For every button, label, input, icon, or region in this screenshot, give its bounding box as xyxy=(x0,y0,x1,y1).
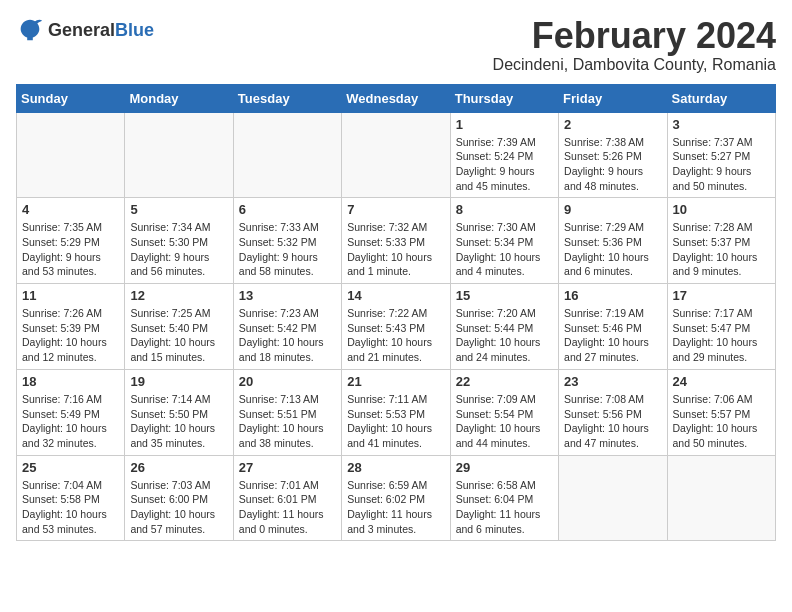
day-number: 28 xyxy=(347,460,444,475)
calendar-cell xyxy=(342,112,450,198)
calendar-cell: 9Sunrise: 7:29 AM Sunset: 5:36 PM Daylig… xyxy=(559,198,667,284)
day-number: 3 xyxy=(673,117,770,132)
day-info: Sunrise: 7:14 AM Sunset: 5:50 PM Dayligh… xyxy=(130,392,227,451)
day-number: 19 xyxy=(130,374,227,389)
day-number: 15 xyxy=(456,288,553,303)
calendar-week-1: 4Sunrise: 7:35 AM Sunset: 5:29 PM Daylig… xyxy=(17,198,776,284)
calendar-cell xyxy=(125,112,233,198)
calendar-cell: 28Sunrise: 6:59 AM Sunset: 6:02 PM Dayli… xyxy=(342,455,450,541)
weekday-header-friday: Friday xyxy=(559,84,667,112)
day-number: 6 xyxy=(239,202,336,217)
day-info: Sunrise: 6:59 AM Sunset: 6:02 PM Dayligh… xyxy=(347,478,444,537)
day-info: Sunrise: 7:28 AM Sunset: 5:37 PM Dayligh… xyxy=(673,220,770,279)
day-number: 11 xyxy=(22,288,119,303)
day-number: 7 xyxy=(347,202,444,217)
title-area: February 2024 Decindeni, Dambovita Count… xyxy=(493,16,776,74)
calendar-cell: 17Sunrise: 7:17 AM Sunset: 5:47 PM Dayli… xyxy=(667,284,775,370)
logo-text: General Blue xyxy=(48,20,154,41)
day-number: 10 xyxy=(673,202,770,217)
calendar-cell: 18Sunrise: 7:16 AM Sunset: 5:49 PM Dayli… xyxy=(17,369,125,455)
day-info: Sunrise: 7:33 AM Sunset: 5:32 PM Dayligh… xyxy=(239,220,336,279)
calendar-cell: 26Sunrise: 7:03 AM Sunset: 6:00 PM Dayli… xyxy=(125,455,233,541)
day-info: Sunrise: 7:37 AM Sunset: 5:27 PM Dayligh… xyxy=(673,135,770,194)
day-info: Sunrise: 7:30 AM Sunset: 5:34 PM Dayligh… xyxy=(456,220,553,279)
calendar-cell: 4Sunrise: 7:35 AM Sunset: 5:29 PM Daylig… xyxy=(17,198,125,284)
day-info: Sunrise: 7:39 AM Sunset: 5:24 PM Dayligh… xyxy=(456,135,553,194)
location-subtitle: Decindeni, Dambovita County, Romania xyxy=(493,56,776,74)
calendar-cell: 21Sunrise: 7:11 AM Sunset: 5:53 PM Dayli… xyxy=(342,369,450,455)
calendar-cell: 11Sunrise: 7:26 AM Sunset: 5:39 PM Dayli… xyxy=(17,284,125,370)
calendar-cell: 15Sunrise: 7:20 AM Sunset: 5:44 PM Dayli… xyxy=(450,284,558,370)
calendar-cell xyxy=(233,112,341,198)
logo-bird-icon xyxy=(16,16,44,44)
calendar-cell: 7Sunrise: 7:32 AM Sunset: 5:33 PM Daylig… xyxy=(342,198,450,284)
calendar-cell: 13Sunrise: 7:23 AM Sunset: 5:42 PM Dayli… xyxy=(233,284,341,370)
weekday-header-row: SundayMondayTuesdayWednesdayThursdayFrid… xyxy=(17,84,776,112)
day-number: 18 xyxy=(22,374,119,389)
day-info: Sunrise: 7:06 AM Sunset: 5:57 PM Dayligh… xyxy=(673,392,770,451)
day-number: 9 xyxy=(564,202,661,217)
calendar-week-4: 25Sunrise: 7:04 AM Sunset: 5:58 PM Dayli… xyxy=(17,455,776,541)
calendar-cell: 22Sunrise: 7:09 AM Sunset: 5:54 PM Dayli… xyxy=(450,369,558,455)
day-info: Sunrise: 7:34 AM Sunset: 5:30 PM Dayligh… xyxy=(130,220,227,279)
weekday-header-monday: Monday xyxy=(125,84,233,112)
day-info: Sunrise: 7:35 AM Sunset: 5:29 PM Dayligh… xyxy=(22,220,119,279)
calendar-cell: 10Sunrise: 7:28 AM Sunset: 5:37 PM Dayli… xyxy=(667,198,775,284)
day-number: 17 xyxy=(673,288,770,303)
day-info: Sunrise: 7:29 AM Sunset: 5:36 PM Dayligh… xyxy=(564,220,661,279)
day-info: Sunrise: 7:08 AM Sunset: 5:56 PM Dayligh… xyxy=(564,392,661,451)
day-number: 12 xyxy=(130,288,227,303)
weekday-header-thursday: Thursday xyxy=(450,84,558,112)
calendar-cell: 24Sunrise: 7:06 AM Sunset: 5:57 PM Dayli… xyxy=(667,369,775,455)
calendar-cell xyxy=(559,455,667,541)
day-number: 4 xyxy=(22,202,119,217)
day-number: 27 xyxy=(239,460,336,475)
day-number: 2 xyxy=(564,117,661,132)
day-number: 24 xyxy=(673,374,770,389)
day-number: 1 xyxy=(456,117,553,132)
calendar-cell xyxy=(667,455,775,541)
logo-general-text: General xyxy=(48,20,115,41)
day-info: Sunrise: 7:17 AM Sunset: 5:47 PM Dayligh… xyxy=(673,306,770,365)
day-info: Sunrise: 6:58 AM Sunset: 6:04 PM Dayligh… xyxy=(456,478,553,537)
day-info: Sunrise: 7:13 AM Sunset: 5:51 PM Dayligh… xyxy=(239,392,336,451)
calendar-cell: 14Sunrise: 7:22 AM Sunset: 5:43 PM Dayli… xyxy=(342,284,450,370)
weekday-header-sunday: Sunday xyxy=(17,84,125,112)
day-number: 20 xyxy=(239,374,336,389)
day-info: Sunrise: 7:01 AM Sunset: 6:01 PM Dayligh… xyxy=(239,478,336,537)
calendar-cell: 8Sunrise: 7:30 AM Sunset: 5:34 PM Daylig… xyxy=(450,198,558,284)
day-number: 23 xyxy=(564,374,661,389)
day-info: Sunrise: 7:16 AM Sunset: 5:49 PM Dayligh… xyxy=(22,392,119,451)
calendar-week-2: 11Sunrise: 7:26 AM Sunset: 5:39 PM Dayli… xyxy=(17,284,776,370)
calendar-cell: 23Sunrise: 7:08 AM Sunset: 5:56 PM Dayli… xyxy=(559,369,667,455)
calendar-week-3: 18Sunrise: 7:16 AM Sunset: 5:49 PM Dayli… xyxy=(17,369,776,455)
day-info: Sunrise: 7:38 AM Sunset: 5:26 PM Dayligh… xyxy=(564,135,661,194)
calendar-table: SundayMondayTuesdayWednesdayThursdayFrid… xyxy=(16,84,776,542)
calendar-cell: 19Sunrise: 7:14 AM Sunset: 5:50 PM Dayli… xyxy=(125,369,233,455)
calendar-cell: 16Sunrise: 7:19 AM Sunset: 5:46 PM Dayli… xyxy=(559,284,667,370)
month-title: February 2024 xyxy=(493,16,776,56)
day-number: 21 xyxy=(347,374,444,389)
calendar-cell: 6Sunrise: 7:33 AM Sunset: 5:32 PM Daylig… xyxy=(233,198,341,284)
day-info: Sunrise: 7:25 AM Sunset: 5:40 PM Dayligh… xyxy=(130,306,227,365)
day-number: 22 xyxy=(456,374,553,389)
day-info: Sunrise: 7:03 AM Sunset: 6:00 PM Dayligh… xyxy=(130,478,227,537)
day-info: Sunrise: 7:26 AM Sunset: 5:39 PM Dayligh… xyxy=(22,306,119,365)
calendar-cell: 3Sunrise: 7:37 AM Sunset: 5:27 PM Daylig… xyxy=(667,112,775,198)
calendar-cell: 25Sunrise: 7:04 AM Sunset: 5:58 PM Dayli… xyxy=(17,455,125,541)
day-number: 5 xyxy=(130,202,227,217)
day-number: 25 xyxy=(22,460,119,475)
weekday-header-wednesday: Wednesday xyxy=(342,84,450,112)
day-number: 16 xyxy=(564,288,661,303)
weekday-header-tuesday: Tuesday xyxy=(233,84,341,112)
day-info: Sunrise: 7:09 AM Sunset: 5:54 PM Dayligh… xyxy=(456,392,553,451)
logo: General Blue xyxy=(16,16,154,44)
day-info: Sunrise: 7:19 AM Sunset: 5:46 PM Dayligh… xyxy=(564,306,661,365)
day-info: Sunrise: 7:22 AM Sunset: 5:43 PM Dayligh… xyxy=(347,306,444,365)
day-info: Sunrise: 7:04 AM Sunset: 5:58 PM Dayligh… xyxy=(22,478,119,537)
weekday-header-saturday: Saturday xyxy=(667,84,775,112)
day-number: 26 xyxy=(130,460,227,475)
calendar-cell: 29Sunrise: 6:58 AM Sunset: 6:04 PM Dayli… xyxy=(450,455,558,541)
calendar-week-0: 1Sunrise: 7:39 AM Sunset: 5:24 PM Daylig… xyxy=(17,112,776,198)
day-info: Sunrise: 7:20 AM Sunset: 5:44 PM Dayligh… xyxy=(456,306,553,365)
